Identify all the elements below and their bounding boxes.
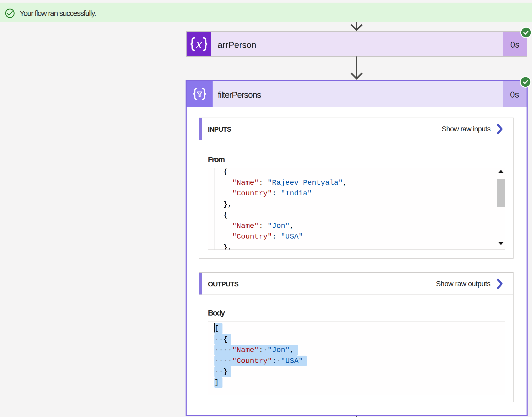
svg-text:x: x — [196, 36, 202, 51]
